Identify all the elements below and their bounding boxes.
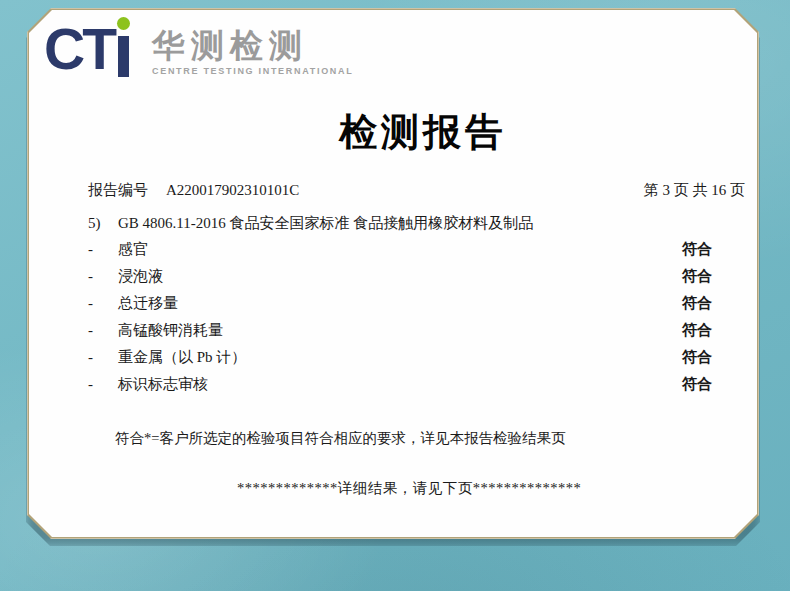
cti-ct-text: CT [44,21,114,77]
item-label: 高锰酸钾消耗量 [118,321,682,340]
test-items-list: - 感官 符合 - 浸泡液 符合 - 总迁移量 符合 - 高锰酸钾消耗量 [88,236,712,398]
test-item-row: - 高锰酸钾消耗量 符合 [88,317,712,344]
item-label: 重金属（以 Pb 计） [118,348,682,367]
item-bullet: - [88,322,118,339]
item-result: 符合 [682,294,712,313]
logo-cn-name: 华测检测 [152,29,353,63]
item-label: 浸泡液 [118,267,682,286]
test-item-row: - 感官 符合 [88,236,712,263]
item-bullet: - [88,349,118,366]
test-item-row: - 标识标志审核 符合 [88,371,712,398]
page-info: 第 3 页 共 16 页 [644,180,745,200]
item-result: 符合 [682,348,712,367]
item-bullet: - [88,268,118,285]
item-label: 总迁移量 [118,294,682,313]
continuation-note: *************详细结果，请见下页************** [45,479,773,497]
logo-en-name: CENTRE TESTING INTERNATIONAL [152,66,353,76]
report-number-label: 报告编号 [88,182,148,198]
item-bullet: - [88,295,118,312]
item-bullet: - [88,241,118,258]
logo-green-dot-icon [117,17,130,30]
item-label: 标识标志审核 [118,375,682,394]
item-label: 感官 [118,240,682,259]
test-item-row: - 浸泡液 符合 [88,263,712,290]
report-card-border: CT 华测检测 CENTRE TESTING INTERNATIONAL 检测报… [27,8,759,539]
standard-index: 5) [88,213,118,233]
report-header-row: 报告编号A220017902310101C 第 3 页 共 16 页 [88,180,745,200]
item-result: 符合 [682,267,712,286]
report-card: CT 华测检测 CENTRE TESTING INTERNATIONAL 检测报… [29,10,757,537]
item-result: 符合 [682,321,712,340]
logo-names: 华测检测 CENTRE TESTING INTERNATIONAL [152,29,353,76]
cti-letters: CT [44,13,132,79]
report-title: 检测报告 [59,108,787,156]
conformity-footnote: 符合*=客户所选定的检验项目符合相应的要求，详见本报告检验结果页 [115,429,737,447]
report-number-value: A220017902310101C [166,182,299,198]
item-result: 符合 [682,240,712,259]
test-item-row: - 重金属（以 Pb 计） 符合 [88,344,712,371]
standard-text: GB 4806.11-2016 食品安全国家标准 食品接触用橡胶材料及制品 [118,213,533,233]
page-background: CT 华测检测 CENTRE TESTING INTERNATIONAL 检测报… [0,0,790,591]
cti-logo: CT 华测检测 CENTRE TESTING INTERNATIONAL [44,13,344,93]
cti-i-stem [118,36,129,77]
item-bullet: - [88,376,118,393]
test-item-row: - 总迁移量 符合 [88,290,712,317]
standard-row: 5) GB 4806.11-2016 食品安全国家标准 食品接触用橡胶材料及制品 [88,213,727,233]
item-result: 符合 [682,375,712,394]
report-number-group: 报告编号A220017902310101C [88,180,299,200]
